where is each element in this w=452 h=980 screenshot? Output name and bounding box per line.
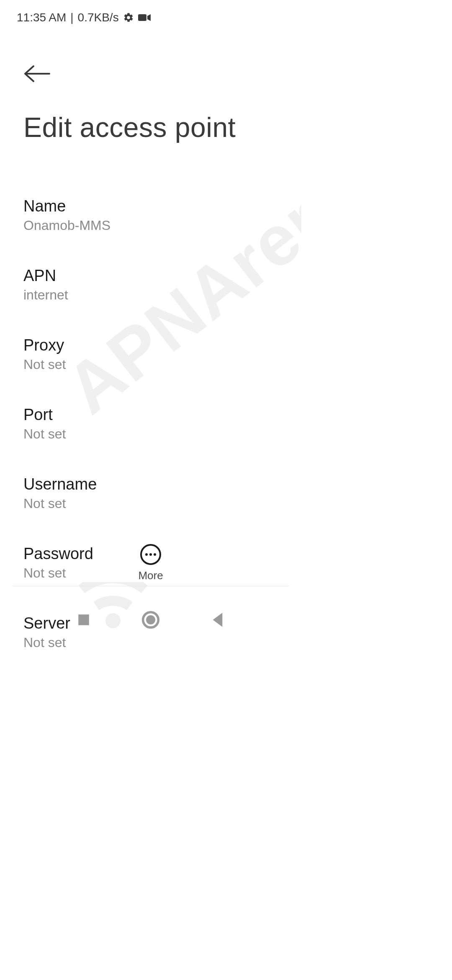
setting-value: Onamob-MMS: [23, 218, 301, 233]
back-button[interactable]: [23, 61, 55, 86]
setting-item-name[interactable]: Name Onamob-MMS: [23, 183, 301, 253]
setting-item-password[interactable]: Password Not set: [23, 531, 301, 600]
setting-label: Proxy: [23, 336, 301, 354]
page-title: Edit access point: [23, 111, 301, 143]
settings-list: APNArena Name Onamob-MMS APN internet Pr…: [0, 183, 301, 653]
back-arrow-icon: [23, 64, 51, 83]
setting-item-port[interactable]: Port Not set: [23, 392, 301, 461]
camera-icon: [138, 13, 151, 22]
setting-value: Not set: [23, 357, 301, 372]
setting-item-username[interactable]: Username Not set: [23, 461, 301, 531]
status-time: 11:35 AM: [17, 12, 66, 23]
setting-item-proxy[interactable]: Proxy Not set: [23, 322, 301, 392]
setting-label: Password: [23, 545, 301, 563]
status-left: 11:35 AM | 0.7KB/s: [17, 12, 151, 23]
setting-item-apn[interactable]: APN internet: [23, 253, 301, 322]
setting-value: internet: [23, 287, 301, 303]
setting-label: Username: [23, 475, 301, 493]
svg-rect-0: [138, 14, 146, 21]
gear-icon: [123, 12, 134, 23]
setting-value: Not set: [23, 496, 301, 511]
setting-item-server[interactable]: Server Not set: [23, 600, 301, 653]
setting-label: Server: [23, 614, 301, 632]
setting-label: APN: [23, 267, 301, 285]
setting-value: Not set: [23, 426, 301, 442]
status-separator: |: [70, 12, 73, 23]
setting-label: Port: [23, 406, 301, 424]
status-network-speed: 0.7KB/s: [78, 12, 119, 23]
setting-value: Not set: [23, 565, 301, 581]
setting-value: Not set: [23, 635, 301, 650]
header: Edit access point: [0, 28, 301, 183]
status-bar: 11:35 AM | 0.7KB/s 4G: [0, 0, 301, 28]
setting-label: Name: [23, 197, 301, 215]
